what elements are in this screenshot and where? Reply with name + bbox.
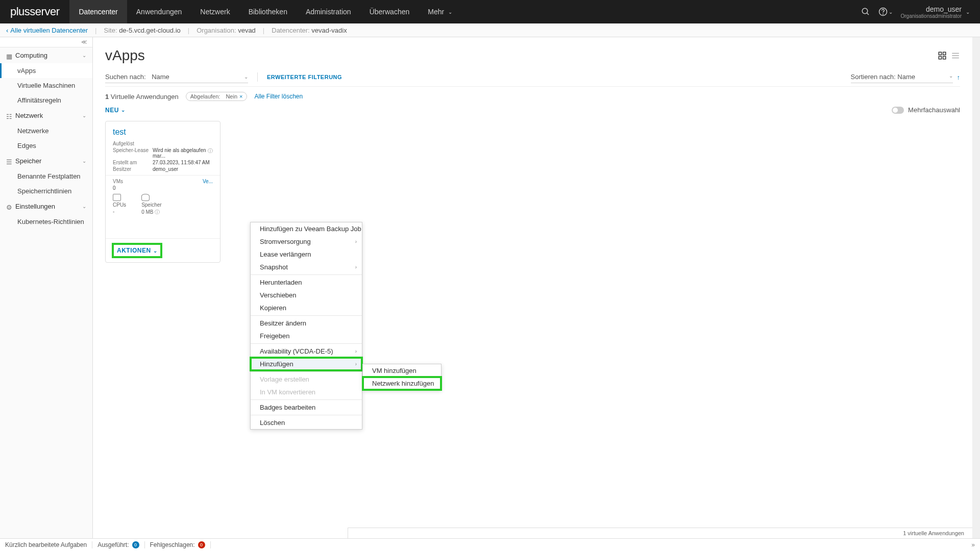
menu-item[interactable]: Kopieren	[251, 302, 362, 314]
chevron-down-icon: ⌄	[82, 53, 86, 58]
submenu-item[interactable]: VM hinzufügen	[363, 364, 441, 377]
nav-netzwerk[interactable]: Netzwerk	[191, 0, 239, 23]
menu-item[interactable]: Besitzer ändern	[251, 317, 362, 330]
aktionen-button[interactable]: AKTIONEN ⌄	[113, 244, 161, 257]
sidebar-item-vapps[interactable]: vApps	[0, 63, 92, 78]
search-icon[interactable]	[861, 7, 870, 16]
sidebar-item-affinity[interactable]: Affinitätsregeln	[0, 93, 92, 108]
running-tasks: Ausgeführt: 0	[97, 541, 144, 548]
sidebar-group-speicher[interactable]: ☰ Speicher⌄	[0, 153, 92, 169]
breadcrumb: ‹ Alle virtuellen Datencenter | Site: de…	[0, 23, 980, 37]
clear-filters-link[interactable]: Alle Filter löschen	[254, 93, 303, 100]
chevron-down-icon: ⌄	[82, 204, 86, 209]
vms-link[interactable]: Ve...	[203, 179, 213, 184]
nav-datencenter[interactable]: Datencenter	[69, 0, 127, 23]
sort-asc-icon[interactable]: ↑	[957, 73, 961, 81]
nav-mehr[interactable]: Mehr ⌄	[419, 0, 461, 23]
chevron-right-icon: ›	[355, 264, 357, 270]
close-icon[interactable]: ×	[239, 93, 242, 99]
svg-line-1	[867, 13, 869, 15]
chevron-down-icon: ⌄	[82, 113, 86, 118]
breadcrumb-back[interactable]: ‹ Alle virtuellen Datencenter	[6, 27, 88, 34]
page-title: vApps	[105, 47, 145, 64]
chevron-left-icon: ‹	[6, 27, 8, 34]
multiselect-label: Mehrfachauswahl	[908, 106, 960, 114]
chevron-right-icon: ›	[355, 361, 357, 367]
menu-item[interactable]: Löschen	[251, 416, 362, 429]
svg-rect-5	[943, 52, 946, 55]
menu-item[interactable]: Hinzufügen zu Veeam Backup Job	[251, 222, 362, 235]
sidebar-group-computing[interactable]: ▦ Computing⌄	[0, 47, 92, 63]
multiselect-toggle[interactable]	[892, 107, 904, 114]
scrollbar[interactable]	[973, 37, 980, 538]
top-nav: plusserver Datencenter Anwendungen Netzw…	[0, 0, 980, 23]
neu-button[interactable]: NEU ⌄	[105, 107, 125, 114]
svg-point-0	[862, 8, 868, 14]
aktionen-menu: Hinzufügen zu Veeam Backup JobStromverso…	[250, 222, 362, 430]
cpu-icon	[113, 194, 121, 201]
network-icon: ☷	[6, 113, 12, 119]
sort-by-select[interactable]: Sortieren nach: Name ⌄	[851, 71, 953, 83]
nav-administration[interactable]: Administration	[297, 0, 360, 23]
menu-item[interactable]: Verschieben	[251, 289, 362, 302]
nav-bibliotheken[interactable]: Bibliotheken	[239, 0, 297, 23]
menu-item[interactable]: Stromversorgung›	[251, 235, 362, 248]
svg-rect-7	[943, 57, 946, 59]
collapse-sidebar-icon[interactable]: ≪	[81, 39, 87, 45]
menu-item[interactable]: Lease verlängern	[251, 248, 362, 261]
grid-icon: ▦	[6, 53, 12, 59]
sidebar-item-edges[interactable]: Edges	[0, 138, 92, 153]
svg-point-3	[883, 14, 883, 14]
menu-item[interactable]: Hinzufügen›	[251, 358, 362, 370]
sidebar-item-disks[interactable]: Benannte Festplatten	[0, 169, 92, 184]
menu-item[interactable]: Badges bearbeiten	[251, 401, 362, 414]
topnav-items: Datencenter Anwendungen Netzwerk Bibliot…	[69, 0, 461, 23]
chevron-down-icon: ⌄	[448, 9, 452, 15]
vapp-card: test Aufgelöst Speicher-LeaseWird nie al…	[105, 121, 220, 263]
sidebar: ≪ ▦ Computing⌄ vApps Virtuelle Maschinen…	[0, 37, 93, 538]
chevron-down-icon: ⌄	[153, 248, 158, 254]
advanced-filtering-link[interactable]: ERWEITERTE FILTERUNG	[267, 74, 342, 80]
info-icon[interactable]: ⓘ	[208, 147, 213, 159]
brand-logo: plusserver	[0, 5, 69, 18]
content-area: vApps Suchen nach: Name ⌄ ERWEITERTE FIL…	[93, 37, 973, 538]
svg-rect-6	[939, 57, 941, 59]
chevron-right-icon: ›	[355, 348, 357, 354]
nav-ueberwachen[interactable]: Überwachen	[360, 0, 419, 23]
sidebar-item-k8s[interactable]: Kubernetes-Richtlinien	[0, 214, 92, 229]
nav-anwendungen[interactable]: Anwendungen	[127, 0, 191, 23]
recent-tasks[interactable]: Kürzlich bearbeitete Aufgaben	[5, 541, 92, 548]
chevron-down-icon: ⌄	[82, 158, 86, 164]
menu-item[interactable]: Herunterladen	[251, 276, 362, 289]
submenu-item[interactable]: Netzwerk hinzufügen	[363, 377, 441, 390]
help-icon[interactable]: ⌄	[878, 7, 893, 16]
info-icon[interactable]: ⓘ	[155, 209, 160, 215]
chevron-down-icon: ⌄	[121, 107, 126, 113]
menu-item[interactable]: Snapshot›	[251, 261, 362, 273]
list-view-icon[interactable]	[951, 51, 960, 60]
sidebar-item-storage-policies[interactable]: Speicherrichtlinien	[0, 184, 92, 198]
sidebar-group-netzwerk[interactable]: ☷ Netzwerk⌄	[0, 108, 92, 123]
vapp-title-link[interactable]: test	[113, 128, 213, 137]
menu-item: Vorlage erstellen	[251, 373, 362, 386]
footer-count: 1 virtuelle Anwendungen	[348, 528, 972, 538]
gear-icon: ⚙	[6, 204, 12, 210]
memory-icon	[141, 194, 150, 201]
expand-tasks-icon[interactable]: »	[971, 541, 975, 548]
sidebar-item-vms[interactable]: Virtuelle Maschinen	[0, 78, 92, 93]
menu-item[interactable]: Availability (VCDA-DE-5)›	[251, 345, 362, 358]
grid-view-icon[interactable]	[938, 51, 947, 60]
chevron-down-icon: ⌄	[966, 9, 970, 15]
chevron-right-icon: ›	[355, 239, 357, 244]
menu-item: In VM konvertieren	[251, 386, 362, 398]
svg-rect-4	[939, 52, 941, 55]
sidebar-item-netzwerke[interactable]: Netzwerke	[0, 123, 92, 138]
user-menu[interactable]: demo_user Organisationsadministrator ⌄	[901, 5, 970, 19]
search-by-select[interactable]: Suchen nach: Name ⌄	[105, 71, 248, 83]
menu-item[interactable]: Freigeben	[251, 330, 362, 342]
chevron-down-icon: ⌄	[244, 74, 248, 80]
user-name: demo_user	[901, 5, 962, 13]
status-bar: Kürzlich bearbeitete Aufgaben Ausgeführt…	[0, 538, 980, 551]
hinzufuegen-submenu: VM hinzufügenNetzwerk hinzufügen	[362, 364, 442, 390]
sidebar-group-einstellungen[interactable]: ⚙ Einstellungen⌄	[0, 198, 92, 214]
